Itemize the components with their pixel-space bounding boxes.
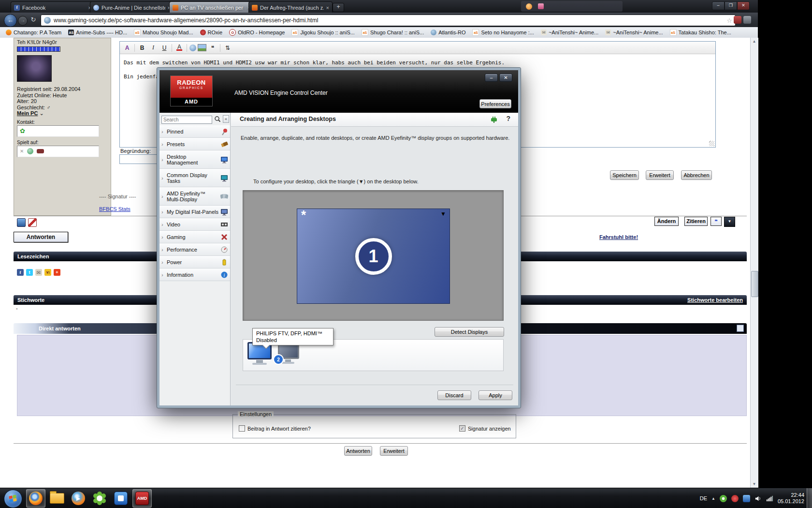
forward-button[interactable]: → [18,16,28,26]
stichworte-bearbeiten-link[interactable]: Stichworte bearbeiten [687,295,743,305]
bookmark-item[interactable]: ROxie [197,28,226,37]
search-input[interactable] [161,116,212,124]
erweitert-button[interactable]: Erweitert [646,170,674,180]
username[interactable]: Teh K!lL0r N4g0r [17,39,108,45]
twitter-share-icon[interactable]: t [26,269,33,276]
sidebar-item-common-display-tasks[interactable]: › Common Display Tasks [160,169,230,187]
taskbar-amd-ccc-button[interactable]: AMD [132,489,152,508]
detect-displays-button[interactable]: Detect Displays [435,327,504,337]
close-button[interactable]: ✕ [737,1,750,10]
xfire-icon[interactable]: ✕ [20,149,24,154]
bookmark-item[interactable]: aSShugo Chara! :: aniS... [359,28,427,37]
sidebar-item-information[interactable]: › Information i [160,269,230,281]
taskbar-firefox-button[interactable] [26,489,45,508]
taskbar-messenger-button[interactable] [111,489,130,508]
back-button[interactable]: ← [4,14,17,27]
bold-button[interactable]: B [137,43,147,52]
insert-link-icon[interactable] [189,45,196,51]
italic-button[interactable]: I [148,43,158,52]
aendern-button[interactable]: Ändern [654,217,679,226]
bfbcs-stats-link[interactable]: BFBCS Stats [99,206,130,212]
avatar[interactable] [17,55,52,82]
apply-button[interactable]: Apply [478,390,512,400]
history-menu-icon[interactable] [743,16,751,24]
tab-facebook[interactable]: f Facebook × [11,1,95,13]
scroll-up-icon[interactable]: ▲ [751,38,758,45]
multiquote-button[interactable]: ❝ [710,217,722,226]
sidebar-item-pinned[interactable]: › Pinned [160,125,230,138]
font-color-button[interactable]: A [174,43,184,52]
resize-grip[interactable] [709,141,714,146]
quote-icon[interactable]: ❝ [208,43,218,52]
discard-button[interactable]: Discard [437,390,471,400]
tab-close-icon[interactable]: × [326,5,329,11]
pin-green-icon[interactable] [490,116,498,123]
zitieren-button[interactable]: Zitieren [684,217,708,226]
tab-pure-anime[interactable]: Pure-Anime | Die schnellste... × [90,1,174,13]
facebook-share-icon[interactable]: f [17,269,24,276]
taskbar-explorer-button[interactable] [47,489,67,508]
scrollbar-thumb[interactable] [751,271,758,297]
help-icon[interactable]: ? [506,115,510,122]
tab-pc-an-tv[interactable]: PC an TV anschließen per H... × [169,1,253,13]
search-icon[interactable] [214,115,221,123]
page-scrollbar[interactable]: ▲ ▼ [750,38,758,488]
taskbar-icq-button[interactable] [90,489,109,508]
sidebar-item-performance[interactable]: › Performance [160,243,230,256]
email-share-icon[interactable]: ✉ [35,269,42,276]
bookmark-item[interactable]: Chatango: P.A Team [3,28,64,37]
sidebar-item-gaming[interactable]: › Gaming [160,231,230,243]
addthis-share-icon[interactable]: + [54,269,60,276]
warn-post-icon[interactable] [28,218,37,227]
desktop-menu-triangle-icon[interactable]: ▼ [440,210,446,217]
tab-aufreg-thread[interactable]: Der Aufreg-Thread (auch z... × [248,1,333,13]
yahoo-share-icon[interactable]: Y! [44,269,51,276]
bookmark-item[interactable]: aSSeto no Hanayome :... [469,28,536,37]
scroll-down-icon[interactable]: ▼ [751,480,758,488]
maximize-button[interactable]: ❐ [725,1,737,10]
desktop-1-rectangle[interactable]: * ▼ 1 [297,209,450,304]
tray-icq-icon[interactable] [720,495,727,502]
mein-pc-link[interactable]: Mein PC [17,110,38,116]
collapse-toggle-icon[interactable] [737,325,744,332]
minimize-button[interactable]: – [712,1,725,10]
network-icon[interactable] [766,495,773,502]
spellcheck-icon[interactable]: A [122,43,132,52]
volume-icon[interactable] [754,495,762,502]
reload-button[interactable]: ↻ [29,15,38,24]
fahrstuhl-link[interactable]: Fahrstuhl bitte! [599,234,638,240]
insert-image-icon[interactable] [198,44,206,51]
report-post-icon[interactable] [17,218,26,227]
tray-status-icon[interactable] [731,495,739,502]
sidebar-item-video[interactable]: › Video [160,218,230,231]
underline-button[interactable]: U [160,43,169,52]
tray-chevron-icon[interactable]: ▲ [711,496,715,501]
quote-checkbox[interactable] [239,425,245,432]
abbrechen-button[interactable]: Abbrechen [681,170,712,180]
taskbar-mediaplayer-button[interactable]: ▶ [69,489,88,508]
erweitert-submit-button[interactable]: Erweitert [380,446,408,456]
bookmark-item[interactable]: ✉~AniTenshi~ Anime... [538,28,601,37]
sidebar-item-flat-panels[interactable]: › My Digital Flat-Panels [160,206,230,218]
sidebar-collapse-button[interactable]: « [223,115,229,123]
preferences-button[interactable]: Preferences [479,99,511,108]
url-text[interactable]: www.gaming-society.de/pc-software-hardwa… [54,17,724,24]
start-button[interactable] [4,490,22,508]
new-tab-button[interactable]: + [333,3,344,12]
sidebar-item-power[interactable]: › Power [160,256,230,269]
bookmark-item[interactable]: aSJigoku Shoujo :: aniS... [289,28,358,37]
gamepad-icon[interactable] [37,149,44,153]
show-desktop-button[interactable] [807,488,812,508]
dialog-minimize-button[interactable]: – [485,74,498,82]
bookmark-star-icon[interactable]: ☆ [726,17,732,24]
icq-flower-icon[interactable]: ✿ [20,128,25,134]
server-globe-icon[interactable] [27,148,33,154]
bookmark-item[interactable]: Atlantis-RO [428,28,468,37]
sidebar-item-presets[interactable]: › Presets [160,138,230,150]
quickreply-dropdown-button[interactable]: ▼ [724,217,735,227]
bookmark-item[interactable]: ✉~AniTenshi~ Anime... [602,28,666,37]
clock[interactable]: 22:44 05.01.2012 [778,492,804,505]
antworten-submit-button[interactable]: Antworten [344,446,372,456]
resize-updown-icon[interactable]: ⇅ [223,43,232,52]
tray-app-icon[interactable] [743,495,750,502]
